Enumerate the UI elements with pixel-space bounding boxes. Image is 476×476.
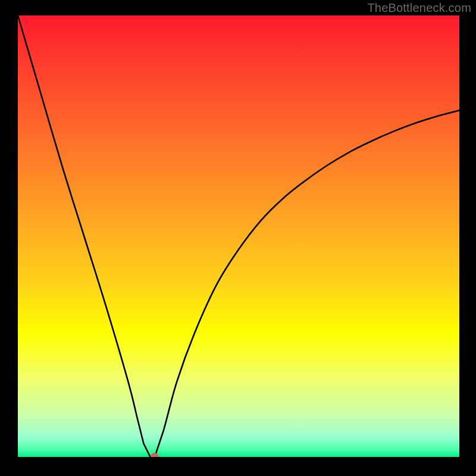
optimum-marker [151,453,159,457]
chart-frame: TheBottleneck.com [0,0,476,476]
plot-svg [18,15,459,457]
plot-area [18,15,459,457]
watermark-text: TheBottleneck.com [367,1,471,15]
